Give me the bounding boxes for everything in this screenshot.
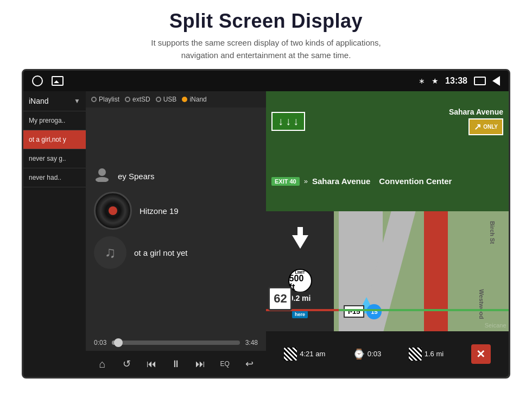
duration-label: 0:03 — [368, 350, 381, 358]
only-label: ONLY — [483, 124, 498, 130]
tab-playlist-label: Playlist — [99, 96, 119, 103]
artist-row: ey Spears — [94, 167, 258, 185]
dist-green-segment — [339, 309, 509, 311]
dropdown-arrow-icon: ▼ — [74, 97, 80, 105]
music-player-inner: iNand ▼ My preroga.. ot a girl,not y nev… — [23, 91, 266, 377]
sign-top-bar: ↓ ↓ ↓ Sahara Avenue ↗ ONLY — [266, 91, 509, 151]
source-label: iNand — [29, 97, 49, 105]
nav-map: ↓ ↓ ↓ Sahara Avenue ↗ ONLY — [266, 91, 509, 377]
next-button[interactable]: ⏭ — [191, 356, 210, 371]
tab-extsd[interactable]: extSD — [125, 96, 150, 103]
image-icon — [52, 76, 64, 86]
nav-duration: ⌚ 0:03 — [353, 348, 381, 360]
radio-dot-inand — [182, 97, 187, 102]
remaining-dist-label: 1.6 mi — [425, 350, 444, 358]
tab-playlist[interactable]: Playlist — [91, 96, 119, 103]
nav-panel: ↓ ↓ ↓ Sahara Avenue ↗ ONLY — [266, 91, 509, 377]
tab-usb-label: USB — [163, 96, 177, 103]
flag-icon-arrival — [284, 348, 297, 361]
arrow-down-icon: ↓ — [278, 115, 283, 128]
clock-icon: ⌚ — [353, 348, 365, 360]
album-name: Hitzone 19 — [140, 206, 179, 216]
playlist-item-1[interactable]: My preroga.. — [23, 111, 86, 130]
road-side — [424, 211, 448, 331]
time-total: 3:48 — [245, 339, 258, 346]
tab-inand-label: iNand — [189, 96, 206, 103]
back-button[interactable]: ↩ — [239, 356, 259, 371]
vinyl-disc — [94, 192, 132, 230]
nav-arrival-time: 4:21 am — [284, 348, 325, 361]
controls-bar: ⌂ ↺ ⏮ ⏸ ⏭ EQ ↩ — [86, 351, 266, 377]
only-sign: ↗ ONLY — [468, 118, 503, 135]
nav-remaining-dist: 1.6 mi — [409, 348, 444, 361]
exit-arrow: » — [304, 177, 308, 185]
playlist-item-3[interactable]: never say g.. — [23, 149, 86, 168]
tab-extsd-label: extSD — [132, 96, 150, 103]
westwood-label: Westwood — [478, 289, 485, 319]
svg-point-0 — [98, 168, 106, 176]
watermark: Seicane — [485, 322, 506, 329]
playlist-item-2[interactable]: ot a girl,not y — [23, 130, 86, 149]
page-title: Split Screen Display — [22, 10, 510, 33]
exit-badge: EXIT 40 — [271, 177, 300, 186]
eq-button[interactable]: EQ — [215, 356, 235, 371]
tab-usb[interactable]: USB — [156, 96, 177, 103]
nav-bottom-bar: 4:21 am ⌚ 0:03 1.6 mi ✕ — [266, 331, 509, 377]
close-nav-button[interactable]: ✕ — [471, 344, 491, 364]
progress-section: 0:03 3:48 — [86, 335, 266, 351]
status-left — [32, 75, 64, 86]
flag-icon-dest — [409, 348, 422, 361]
song-name: ot a girl not yet — [134, 248, 187, 257]
time-display: 13:38 — [445, 76, 467, 86]
source-tabs: Playlist extSD USB iNand — [86, 91, 266, 108]
home-button[interactable]: ⌂ — [93, 356, 112, 371]
page-subtitle: It supports the same screen display of t… — [22, 37, 510, 61]
music-note-icon: ♫ — [94, 236, 126, 269]
page-header: Split Screen Display It supports the sam… — [0, 0, 532, 69]
artist-name: ey Spears — [118, 172, 155, 181]
window-icon — [474, 77, 486, 85]
prev-button[interactable]: ⏮ — [142, 356, 161, 371]
sahara-avenue-label: Sahara Avenue — [449, 108, 503, 116]
progress-bar[interactable] — [112, 341, 239, 345]
playlist-item-4[interactable]: never had.. — [23, 168, 86, 187]
distance-bar — [266, 308, 509, 312]
device-frame: ∗ ★ 13:38 iNand ▼ My preroga.. ot a girl… — [22, 69, 510, 379]
direction-icons-panel: LIMIT 500 ft here — [266, 211, 334, 331]
green-highway-sign: ↓ ↓ ↓ — [271, 112, 305, 131]
turn-icon — [287, 224, 314, 251]
album-row: Hitzone 19 — [94, 192, 258, 230]
main-content: iNand ▼ My preroga.. ot a girl,not y nev… — [23, 91, 509, 377]
music-panel: iNand ▼ My preroga.. ot a girl,not y nev… — [23, 91, 266, 377]
arrow-down-icon-2: ↓ — [286, 115, 291, 128]
radio-dot-playlist — [91, 97, 97, 102]
circle-icon — [32, 75, 43, 86]
arrival-time-label: 4:21 am — [300, 350, 325, 358]
time-current: 0:03 — [94, 339, 106, 346]
player-info: ey Spears Hitzone 19 ♫ — [86, 108, 266, 335]
status-right: ∗ ★ 13:38 — [419, 76, 500, 86]
artist-icon — [94, 167, 110, 185]
arrow-down-icon-3: ↓ — [293, 115, 299, 128]
map-road-area: LIMIT 500 ft here Birch St Westwood — [266, 211, 509, 331]
music-sidebar: iNand ▼ My preroga.. ot a girl,not y nev… — [23, 91, 86, 377]
bluetooth-icon: ∗ — [419, 77, 425, 85]
birch-street-label: Birch St — [489, 221, 496, 244]
exit-road-name: Sahara Avenue — [312, 177, 370, 186]
radio-dot-usb — [156, 97, 161, 102]
highway-signs: ↓ ↓ ↓ Sahara Avenue ↗ ONLY — [266, 91, 509, 211]
speed-display: 62 — [268, 287, 292, 311]
tab-inand[interactable]: iNand — [182, 96, 206, 103]
play-pause-button[interactable]: ⏸ — [166, 356, 186, 371]
location-icon: ★ — [432, 77, 439, 85]
exit-sign-bar: EXIT 40 » Sahara Avenue Convention Cente… — [266, 151, 509, 211]
progress-handle[interactable] — [114, 338, 123, 347]
status-bar: ∗ ★ 13:38 — [23, 71, 509, 91]
svg-point-1 — [96, 177, 109, 182]
repeat-button[interactable]: ↺ — [117, 356, 137, 371]
back-icon — [492, 76, 500, 86]
song-row: ♫ ot a girl not yet — [94, 236, 258, 269]
music-main: Playlist extSD USB iNand — [86, 91, 266, 377]
radio-dot-extsd — [125, 97, 130, 102]
source-selector[interactable]: iNand ▼ — [23, 91, 86, 111]
